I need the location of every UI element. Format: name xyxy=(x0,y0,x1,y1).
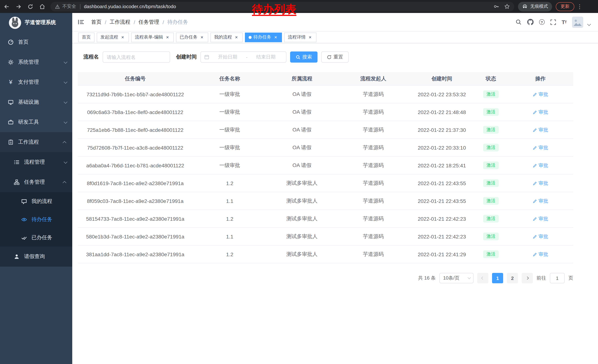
table-row: 725a1eb6-7b88-11ec-8ef0-acde48001122 一级审… xyxy=(78,121,573,139)
approve-link[interactable]: 审批 xyxy=(533,215,548,222)
eye-icon xyxy=(21,217,27,222)
table-row: 069c6a63-7b8a-11ec-8ef0-acde48001122 一级审… xyxy=(78,103,573,121)
task-process: OA 请假 xyxy=(267,121,337,138)
task-name: 一级审批 xyxy=(193,86,267,103)
approve-link[interactable]: 审批 xyxy=(533,162,548,169)
tab-home[interactable]: 首页 xyxy=(78,32,94,42)
tab-todo-tasks[interactable]: 待办任务 × xyxy=(245,32,282,42)
header-actions: ? TT xyxy=(515,16,598,28)
col-task-id: 任务编号 xyxy=(78,72,193,85)
warning-icon xyxy=(55,4,60,9)
search-button[interactable]: 搜索 xyxy=(290,51,317,63)
task-create-time: 2022-01-22 21:48:48 xyxy=(409,103,474,121)
reload-button[interactable] xyxy=(25,1,36,12)
end-date-placeholder[interactable]: 结束日期 xyxy=(249,54,283,60)
col-actions: 操作 xyxy=(507,72,573,85)
app-logo-row: 芋道管理系统 xyxy=(0,13,72,32)
forward-button[interactable] xyxy=(13,1,24,12)
search-icon[interactable] xyxy=(515,19,522,25)
tab-done-tasks[interactable]: 已办任务 × xyxy=(176,32,208,42)
sidebar-item-task-mgmt[interactable]: 任务管理 xyxy=(0,172,72,192)
approve-link[interactable]: 审批 xyxy=(533,91,548,97)
github-icon[interactable] xyxy=(527,19,533,25)
range-separator: - xyxy=(246,54,248,60)
close-icon[interactable]: × xyxy=(234,35,239,40)
pagination: 共 16 条 10条/页 1 2 前往 页 xyxy=(78,273,573,283)
avatar-caret-icon[interactable] xyxy=(587,21,590,27)
approve-link[interactable]: 审批 xyxy=(533,251,548,258)
process-name-input[interactable] xyxy=(103,51,170,63)
sidebar-item-done-tasks[interactable]: 已办任务 xyxy=(0,228,72,247)
table-row: 58154733-7ac8-11ec-a9e2-a2380e71991a 1.2… xyxy=(78,210,573,228)
fullscreen-icon[interactable] xyxy=(550,19,556,25)
star-icon[interactable] xyxy=(504,4,510,9)
task-id: 069c6a63-7b8a-11ec-8ef0-acde48001122 xyxy=(78,103,193,121)
date-range-picker[interactable]: 开始日期 - 结束日期 xyxy=(200,51,286,63)
start-date-placeholder[interactable]: 开始日期 xyxy=(211,54,245,60)
sidebar-item-todo-tasks[interactable]: 待办任务 xyxy=(0,210,72,228)
status-badge: 激活 xyxy=(483,144,499,152)
col-task-name: 任务名称 xyxy=(193,72,267,85)
approve-link[interactable]: 审批 xyxy=(533,233,548,240)
page-button-1[interactable]: 1 xyxy=(492,273,503,283)
update-button[interactable]: 更新 xyxy=(556,2,574,11)
task-create-time: 2022-01-21 22:42:23 xyxy=(409,210,474,227)
close-icon[interactable]: × xyxy=(165,35,170,40)
approve-link[interactable]: 审批 xyxy=(533,144,548,151)
url-text: dashboard.yudao.iocoder.cn/bpm/task/todo xyxy=(84,4,176,9)
dashboard-icon xyxy=(8,39,14,45)
gear-icon xyxy=(8,59,14,65)
approve-link[interactable]: 审批 xyxy=(533,126,548,133)
task-process: OA 请假 xyxy=(267,86,337,103)
approve-link[interactable]: 审批 xyxy=(533,109,548,115)
goto-page-input[interactable] xyxy=(550,273,565,283)
help-icon[interactable]: ? xyxy=(539,19,544,25)
breadcrumb-home[interactable]: 首页 xyxy=(91,19,101,25)
reset-button[interactable]: 重置 xyxy=(321,51,349,63)
task-id: 8f0d1619-7ac8-11ec-a9e2-a2380e71991a xyxy=(78,174,193,192)
next-page-button[interactable] xyxy=(522,273,533,283)
approve-link[interactable]: 审批 xyxy=(533,180,548,186)
page-size-select[interactable]: 10条/页 xyxy=(440,273,473,283)
security-label[interactable]: 不安全 xyxy=(62,3,76,10)
close-icon[interactable]: × xyxy=(199,35,205,40)
sidebar-item-home[interactable]: 首页 xyxy=(0,32,72,52)
close-icon[interactable]: × xyxy=(307,35,313,40)
status-badge: 激活 xyxy=(483,162,499,169)
task-id: 58154733-7ac8-11ec-a9e2-a2380e71991a xyxy=(78,210,193,227)
approve-link[interactable]: 审批 xyxy=(533,198,548,204)
sidebar-item-payment[interactable]: ¥ 支付管理 xyxy=(0,72,72,92)
tab-my-process[interactable]: 我的流程 × xyxy=(210,32,243,42)
tab-process-detail[interactable]: 流程详情 × xyxy=(284,32,316,42)
task-name: 1.2 xyxy=(193,210,267,227)
breadcrumb-task-mgmt[interactable]: 任务管理 xyxy=(139,19,159,25)
task-id: 725a1eb6-7b88-11ec-8ef0-acde48001122 xyxy=(78,121,193,138)
task-process: 测试多审批人 xyxy=(267,192,337,210)
font-size-icon[interactable]: TT xyxy=(562,19,566,25)
sidebar-item-my-process[interactable]: 我的流程 xyxy=(0,192,72,210)
sidebar-collapse-icon[interactable] xyxy=(77,18,84,25)
tab-start-process[interactable]: 发起流程 × xyxy=(97,32,129,42)
task-name: 一级审批 xyxy=(193,103,267,121)
tab-form-edit[interactable]: 流程表单-编辑 × xyxy=(131,32,174,42)
close-icon[interactable]: × xyxy=(120,35,125,40)
sidebar-item-process-mgmt[interactable]: 流程管理 xyxy=(0,152,72,172)
sidebar-item-infrastructure[interactable]: 基础设施 xyxy=(0,92,72,112)
page-button-2[interactable]: 2 xyxy=(507,273,518,283)
key-icon[interactable] xyxy=(493,4,499,9)
sidebar-item-workflow[interactable]: 工作流程 xyxy=(0,132,72,152)
task-process: OA 请假 xyxy=(267,103,337,121)
browser-menu-icon[interactable]: ⋮ xyxy=(577,3,582,10)
sidebar-item-devtools[interactable]: 研发工具 xyxy=(0,112,72,132)
sidebar-item-leave-query[interactable]: 请假查询 xyxy=(0,247,72,267)
sidebar-item-system[interactable]: 系统管理 xyxy=(0,52,72,72)
breadcrumb-workflow[interactable]: 工作流程 xyxy=(110,19,130,25)
back-button[interactable] xyxy=(1,1,12,12)
task-create-time: 2022-01-21 22:41:29 xyxy=(409,245,474,263)
annotation-title: 待办列表 xyxy=(252,2,296,17)
prev-page-button[interactable] xyxy=(477,273,488,283)
home-button[interactable] xyxy=(37,1,47,12)
close-icon[interactable]: × xyxy=(273,35,278,40)
task-create-time: 2022-01-21 22:42:23 xyxy=(409,228,474,245)
user-avatar[interactable] xyxy=(572,16,583,28)
